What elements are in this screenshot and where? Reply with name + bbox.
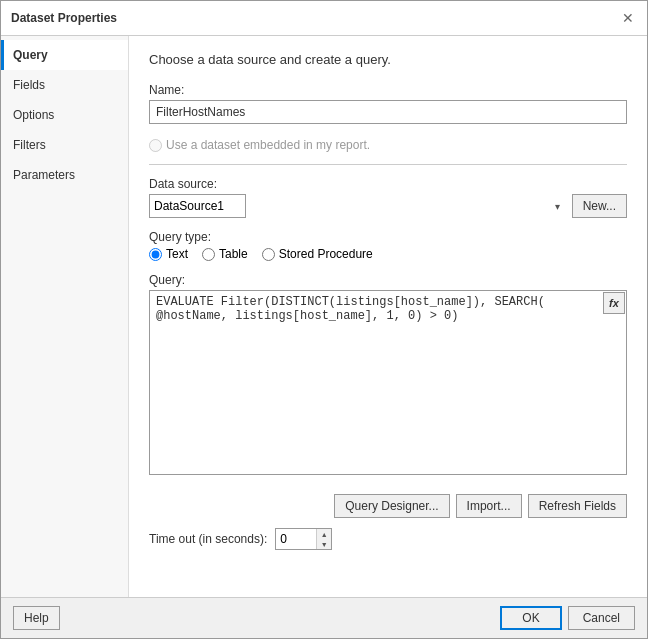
timeout-row: Time out (in seconds): ▲ ▼ — [149, 528, 627, 550]
timeout-label: Time out (in seconds): — [149, 532, 267, 546]
dataset-properties-dialog: Dataset Properties ✕ Query Fields Option… — [0, 0, 648, 639]
dialog-title: Dataset Properties — [11, 11, 117, 25]
sidebar: Query Fields Options Filters Parameters — [1, 36, 129, 597]
query-type-section: Query type: Text Table Stored Procedure — [149, 230, 627, 261]
dialog-footer: Help OK Cancel — [1, 597, 647, 638]
datasource-section: Data source: DataSource1 New... — [149, 177, 627, 218]
query-type-storedproc-option[interactable]: Stored Procedure — [262, 247, 373, 261]
sidebar-item-filters[interactable]: Filters — [1, 130, 128, 160]
query-section: Query: EVALUATE Filter(DISTINCT(listings… — [149, 273, 627, 478]
query-designer-button[interactable]: Query Designer... — [334, 494, 449, 518]
divider-1 — [149, 164, 627, 165]
sidebar-item-fields[interactable]: Fields — [1, 70, 128, 100]
sidebar-item-query[interactable]: Query — [1, 40, 128, 70]
ok-button[interactable]: OK — [500, 606, 561, 630]
name-section: Name: — [149, 83, 627, 124]
query-type-label: Query type: — [149, 230, 627, 244]
bottom-buttons: Query Designer... Import... Refresh Fiel… — [149, 494, 627, 518]
main-heading: Choose a data source and create a query. — [149, 52, 627, 67]
spinner-arrows: ▲ ▼ — [316, 529, 331, 549]
datasource-select[interactable]: DataSource1 — [149, 194, 246, 218]
query-textarea[interactable]: EVALUATE Filter(DISTINCT(listings[host_n… — [149, 290, 627, 475]
fx-button[interactable]: fx — [603, 292, 625, 314]
footer-right: OK Cancel — [500, 606, 635, 630]
spinner-up[interactable]: ▲ — [317, 529, 331, 539]
embedded-radio-row: Use a dataset embedded in my report. — [149, 138, 627, 152]
help-button[interactable]: Help — [13, 606, 60, 630]
new-button[interactable]: New... — [572, 194, 627, 218]
content-area: Query Fields Options Filters Parameters … — [1, 36, 647, 597]
name-input[interactable] — [149, 100, 627, 124]
import-button[interactable]: Import... — [456, 494, 522, 518]
spinner-down[interactable]: ▼ — [317, 539, 331, 549]
sidebar-item-parameters[interactable]: Parameters — [1, 160, 128, 190]
embedded-radio[interactable] — [149, 139, 162, 152]
datasource-row: DataSource1 New... — [149, 194, 627, 218]
datasource-label: Data source: — [149, 177, 627, 191]
query-area-wrapper: EVALUATE Filter(DISTINCT(listings[host_n… — [149, 290, 627, 478]
sidebar-item-options[interactable]: Options — [1, 100, 128, 130]
embedded-label: Use a dataset embedded in my report. — [166, 138, 370, 152]
refresh-fields-button[interactable]: Refresh Fields — [528, 494, 627, 518]
cancel-button[interactable]: Cancel — [568, 606, 635, 630]
query-type-row: Text Table Stored Procedure — [149, 247, 627, 261]
query-label: Query: — [149, 273, 627, 287]
query-type-storedproc-radio[interactable] — [262, 248, 275, 261]
name-label: Name: — [149, 83, 627, 97]
timeout-input[interactable] — [276, 529, 316, 549]
title-bar: Dataset Properties ✕ — [1, 1, 647, 36]
main-panel: Choose a data source and create a query.… — [129, 36, 647, 597]
query-type-text-radio[interactable] — [149, 248, 162, 261]
query-type-table-option[interactable]: Table — [202, 247, 248, 261]
datasource-select-wrapper: DataSource1 — [149, 194, 566, 218]
timeout-spinner: ▲ ▼ — [275, 528, 332, 550]
query-type-table-radio[interactable] — [202, 248, 215, 261]
query-type-text-option[interactable]: Text — [149, 247, 188, 261]
close-button[interactable]: ✕ — [619, 9, 637, 27]
